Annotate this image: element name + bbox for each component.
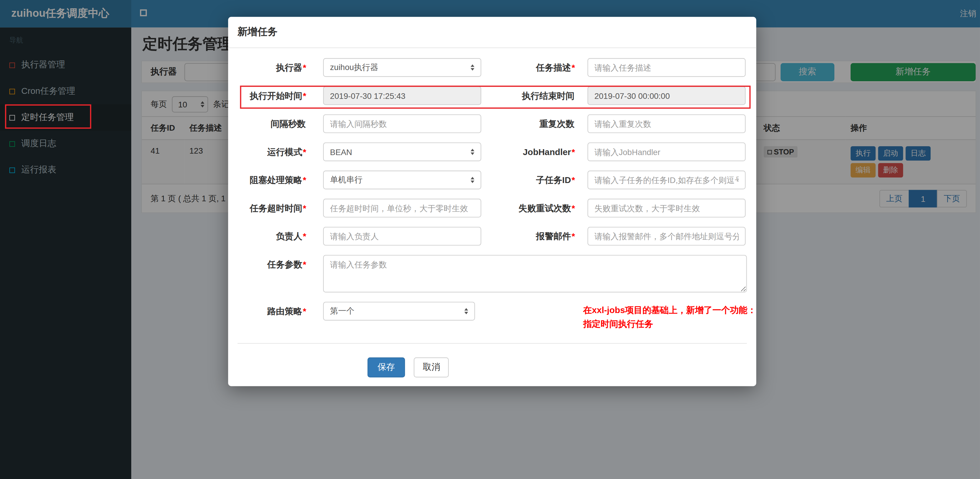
select-arrows-icon (471, 64, 474, 71)
end-time-input[interactable] (587, 86, 745, 105)
interval-label: 间隔秒数 (228, 115, 323, 133)
block-strategy-select[interactable]: 单机串行 (323, 171, 481, 189)
feature-note-line1: 在xxl-jobs项目的基础上，新增了一个功能： (583, 303, 756, 317)
route-strategy-select[interactable]: 第一个 (323, 302, 475, 321)
feature-note-line2: 指定时间执行任务 (583, 317, 756, 331)
block-strategy-label: 阻塞处理策略* (228, 171, 323, 189)
run-mode-select[interactable]: BEAN (323, 142, 481, 161)
timeout-input[interactable] (323, 199, 481, 217)
select-arrows-icon (465, 308, 468, 314)
child-jobid-label: 子任务ID* (481, 171, 587, 189)
owner-input[interactable] (323, 227, 481, 246)
retry-count-label: 失败重试次数* (481, 199, 587, 217)
app-viewport: zuihou任务调度中心 注销 导航 执行器管理 Cron任务管理 定时任务管理… (0, 0, 980, 479)
retry-count-input[interactable] (587, 199, 745, 217)
cancel-button[interactable]: 取消 (414, 358, 449, 377)
form-row-exec-time: 执行开始时间* 执行结束时间 (228, 86, 756, 105)
form-row-params: 任务参数* (228, 255, 756, 292)
job-desc-label: 任务描述* (481, 58, 587, 77)
form-row: 运行模式* BEAN JobHandler* (228, 142, 756, 161)
job-params-textarea[interactable] (323, 255, 747, 292)
modal-title: 新增任务 (237, 25, 277, 39)
interval-input[interactable] (323, 115, 481, 133)
modal-header: 新增任务 (228, 17, 756, 48)
executor-label: 执行器* (228, 58, 323, 77)
end-time-label: 执行结束时间 (481, 86, 587, 105)
alarm-email-input[interactable] (587, 227, 745, 246)
form-row: 负责人* 报警邮件* (228, 227, 756, 246)
form-row: 任务超时时间* 失败重试次数* (228, 199, 756, 217)
jobhandler-label: JobHandler* (481, 142, 587, 161)
select-arrows-icon (471, 149, 474, 155)
child-jobid-input[interactable] (587, 171, 745, 189)
repeat-count-label: 重复次数 (481, 115, 587, 133)
alarm-email-label: 报警邮件* (481, 227, 587, 246)
start-time-input[interactable] (323, 86, 481, 105)
form-row: 间隔秒数 重复次数 (228, 115, 756, 133)
jobhandler-input[interactable] (587, 142, 745, 161)
job-desc-input[interactable] (587, 58, 745, 77)
modal-body: 执行器* zuihou执行器 任务描述* 执行开始时间* 执行结束时间 间隔秒数… (228, 48, 756, 377)
form-row: 阻塞处理策略* 单机串行 子任务ID* (228, 171, 756, 189)
add-task-modal: 新增任务 执行器* zuihou执行器 任务描述* 执行开始时间* 执行结束时间… (228, 17, 756, 386)
modal-footer: 保存 取消 (237, 343, 747, 377)
feature-note: 在xxl-jobs项目的基础上，新增了一个功能： 指定时间执行任务 (583, 302, 756, 331)
job-params-label: 任务参数* (228, 255, 323, 292)
select-arrows-icon (471, 177, 474, 183)
owner-label: 负责人* (228, 227, 323, 246)
route-strategy-label: 路由策略* (228, 302, 323, 331)
run-mode-label: 运行模式* (228, 142, 323, 161)
timeout-label: 任务超时时间* (228, 199, 323, 217)
form-row-route: 路由策略* 第一个 在xxl-jobs项目的基础上，新增了一个功能： 指定时间执… (228, 302, 756, 331)
repeat-count-input[interactable] (587, 115, 745, 133)
save-button[interactable]: 保存 (368, 358, 405, 377)
form-row: 执行器* zuihou执行器 任务描述* (228, 58, 756, 77)
start-time-label: 执行开始时间* (228, 86, 323, 105)
executor-select[interactable]: zuihou执行器 (323, 58, 481, 77)
